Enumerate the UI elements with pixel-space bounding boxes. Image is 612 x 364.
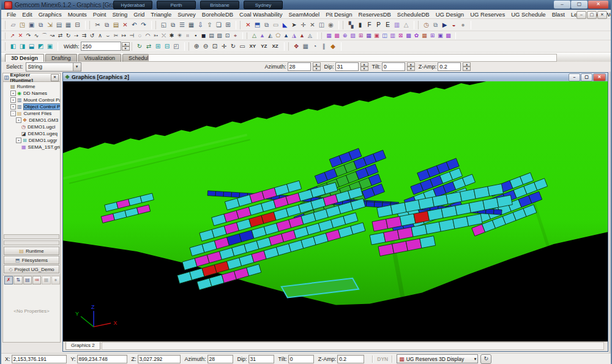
chevron-down-icon[interactable]: ▾: [73, 63, 81, 71]
tree-item-demo1-ugeq[interactable]: ◪DEMO1.ugeq: [3, 130, 60, 137]
ug-h-icon[interactable]: ◫: [381, 32, 388, 39]
string-box-icon[interactable]: ⊡: [224, 32, 231, 39]
solid-cube-icon[interactable]: ⬒: [253, 21, 261, 29]
string-move-icon[interactable]: ⇢: [73, 32, 80, 39]
menu-mounts[interactable]: Mounts: [65, 11, 90, 18]
splitter-bar-2[interactable]: [4, 240, 59, 245]
grid-on-icon[interactable]: ⊞: [154, 42, 162, 51]
string-copy-icon[interactable]: ⇉: [81, 32, 88, 39]
session-tab-perth[interactable]: Perth: [157, 1, 196, 9]
columns-icon[interactable]: ∥: [320, 42, 328, 51]
string-delete-icon[interactable]: ✕: [17, 32, 24, 39]
menu-coal-washability[interactable]: Coal Washability: [236, 11, 285, 18]
string-sheet-icon[interactable]: ▧: [216, 32, 223, 39]
session-tab-brisbane[interactable]: Brisbane: [200, 1, 239, 9]
menu-pit-design[interactable]: Pit Design: [323, 11, 355, 18]
undo-icon[interactable]: ↶: [130, 21, 138, 29]
print-icon[interactable]: ⊟: [73, 21, 81, 29]
fill-icon[interactable]: ▮: [356, 21, 364, 29]
new-window-icon[interactable]: ◱: [160, 21, 168, 29]
volume-icon[interactable]: ◣: [281, 21, 289, 29]
delete-icon[interactable]: ✕: [121, 21, 129, 29]
string-ext-icon[interactable]: ↦: [121, 32, 127, 39]
sort-rows-icon[interactable]: ⇅: [13, 276, 22, 284]
font-p-icon[interactable]: P: [375, 21, 382, 29]
paint-icon[interactable]: ◆: [329, 42, 337, 51]
tree-item-mount-control-panel[interactable]: +▥Mount Control Panel: [3, 97, 60, 103]
width-input[interactable]: 250: [81, 42, 121, 51]
menu-blast[interactable]: Blast: [549, 11, 568, 18]
3d-viewport[interactable]: Z Y X: [63, 81, 608, 341]
explorer-close-icon[interactable]: ✕: [51, 74, 59, 81]
menu-triangle[interactable]: Triangle: [147, 11, 174, 18]
tree-item-runtime[interactable]: ▤Runtime: [3, 83, 60, 90]
export-view-icon[interactable]: ⇪: [206, 21, 214, 29]
fly-d-icon[interactable]: ◩: [37, 42, 45, 51]
fly-a-icon[interactable]: ◧: [9, 42, 17, 51]
tree-item-sema-1st-grid[interactable]: ▦SEMA_1ST.grid: [3, 144, 60, 150]
timer-icon[interactable]: ◔: [311, 42, 319, 51]
menu-grid[interactable]: Grid: [130, 11, 147, 18]
string-close-icon[interactable]: ◌: [136, 32, 143, 39]
ug-g-icon[interactable]: ▣: [373, 32, 380, 39]
ug-o-icon[interactable]: ▣: [437, 32, 444, 39]
graphics-title-bar[interactable]: ❖ Graphics [Graphics 2] – ▢ ✕: [63, 73, 608, 81]
remove-red-icon[interactable]: ✕: [244, 21, 252, 29]
plane-yz-button[interactable]: YZ: [259, 43, 269, 50]
tree-item-object-control-panel[interactable]: +▥Object Control Panel: [3, 103, 60, 110]
tri-b-icon[interactable]: ▲: [259, 32, 266, 39]
select-string-dropdown[interactable]: String ▾: [26, 62, 81, 72]
menu-string[interactable]: String: [110, 11, 131, 18]
ug-n-icon[interactable]: ⊞: [429, 32, 436, 39]
fly-c-icon[interactable]: ⬓: [28, 42, 35, 51]
string-bend-icon[interactable]: ⌣: [105, 32, 111, 39]
tri-c-icon[interactable]: ◭: [267, 32, 274, 39]
refresh-display-button[interactable]: ↻: [480, 354, 491, 364]
import-icon[interactable]: ⇲: [46, 21, 54, 29]
string-tab-icon[interactable]: ▤: [208, 32, 215, 39]
string-trim-icon[interactable]: ⊣: [129, 32, 135, 39]
zoom-window-icon[interactable]: ⊡: [211, 42, 219, 51]
window-box-icon[interactable]: ◫: [318, 21, 326, 29]
width-spinner[interactable]: ▲▼: [122, 42, 130, 51]
tin-icon[interactable]: △: [402, 21, 410, 29]
raster-icon[interactable]: ▦: [302, 42, 310, 51]
tri-h-icon[interactable]: ◬: [307, 32, 313, 39]
string-fillc-icon[interactable]: ▪: [192, 32, 199, 39]
menu-ug-schedule[interactable]: UG Schedule: [508, 11, 549, 18]
string-dark-icon[interactable]: ◼: [200, 32, 207, 39]
rotate-icon[interactable]: ↻: [230, 42, 237, 51]
graphics-close-button[interactable]: ✕: [593, 73, 606, 81]
overlay-icon[interactable]: ❖: [293, 42, 300, 51]
tree-item-current-files[interactable]: -▤Current Files: [3, 110, 60, 117]
copy-view-icon[interactable]: ❏: [215, 21, 223, 29]
menu-graphics[interactable]: Graphics: [35, 11, 65, 18]
menu-ug-reserves[interactable]: UG Reserves: [467, 11, 508, 18]
ug-k-icon[interactable]: ▩: [405, 32, 412, 39]
ug-m-icon[interactable]: ▦: [421, 32, 428, 39]
save-all-icon[interactable]: ⧉: [37, 21, 45, 29]
copy-icon[interactable]: ⧉: [103, 21, 111, 29]
tri-e-icon[interactable]: ▲: [283, 32, 289, 39]
string-loc-icon[interactable]: ⌖: [232, 32, 239, 39]
ug-d-icon[interactable]: ▨: [349, 32, 356, 39]
menu-scheduledb[interactable]: ScheduleDB: [394, 11, 433, 18]
table-icon[interactable]: ▦: [64, 21, 72, 29]
menu-survey[interactable]: Survey: [174, 11, 199, 18]
string-node-icon[interactable]: ∧: [97, 32, 103, 39]
tree-expander-icon[interactable]: +: [10, 91, 16, 96]
pick-icon[interactable]: ✛: [299, 21, 307, 29]
fly-b-icon[interactable]: ◨: [18, 42, 26, 51]
mdi-close-button[interactable]: ✕: [597, 11, 607, 19]
ug-p-icon[interactable]: ▩: [445, 32, 452, 39]
category-view-icon[interactable]: ▤: [23, 276, 32, 284]
menu-point[interactable]: Point: [90, 11, 110, 18]
graphics-2-tab[interactable]: Graphics 2: [65, 342, 100, 350]
chevron-down-icon[interactable]: ▾: [474, 357, 478, 362]
tree-expander-icon[interactable]: +: [16, 138, 21, 143]
clock-icon[interactable]: ◷: [422, 21, 430, 29]
filter-x-icon[interactable]: ✗: [4, 276, 13, 284]
pin-icon[interactable]: ◉: [327, 21, 335, 29]
string-split-icon[interactable]: ↝: [49, 32, 56, 39]
send-down-icon[interactable]: ⇩: [196, 21, 204, 29]
